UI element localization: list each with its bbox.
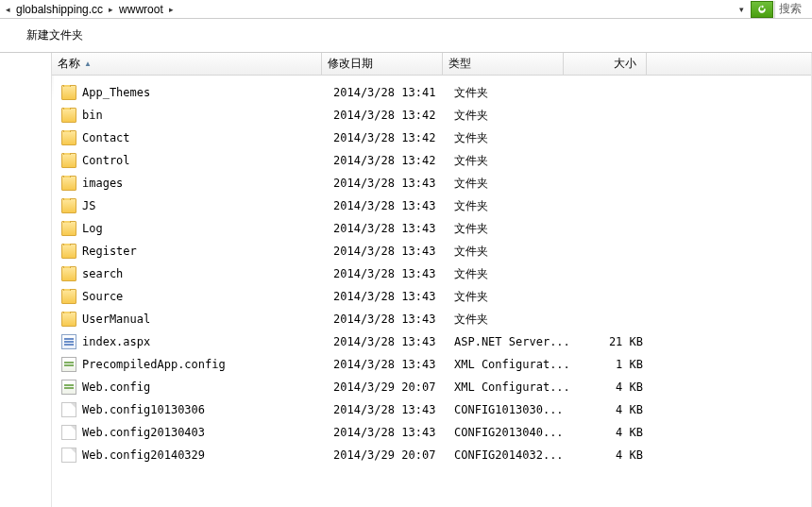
breadcrumb-segment[interactable]: globalshipping.cc xyxy=(14,3,105,16)
oldconfig-icon xyxy=(61,425,76,440)
column-header-row: 名称 ▲ 修改日期 类型 大小 xyxy=(52,53,812,76)
cell-type: 文件夹 xyxy=(448,108,569,124)
file-row[interactable]: Web.config201304032014/3/28 13:43CONFIG2… xyxy=(56,421,812,444)
new-folder-button[interactable]: 新建文件夹 xyxy=(23,25,87,45)
cell-type: 文件夹 xyxy=(448,198,569,214)
content-area: 名称 ▲ 修改日期 类型 大小 App_Themes2014/3/28 13:4… xyxy=(0,53,812,507)
refresh-button[interactable] xyxy=(751,1,773,18)
cell-date: 2014/3/28 13:43 xyxy=(328,222,448,235)
cell-date: 2014/3/28 13:42 xyxy=(328,131,448,144)
toolbar: 新建文件夹 xyxy=(0,19,812,53)
cell-size: 1 KB xyxy=(569,358,652,371)
config-icon xyxy=(61,380,76,395)
file-name: Web.config10130306 xyxy=(82,403,205,416)
file-name: bin xyxy=(82,109,103,122)
dropdown-icon[interactable]: ▾ xyxy=(734,5,750,14)
folder-icon xyxy=(61,176,76,191)
file-row[interactable]: search2014/3/28 13:43文件夹 xyxy=(56,262,812,285)
column-header-label: 名称 xyxy=(58,56,80,72)
cell-name: Web.config10130306 xyxy=(56,402,328,417)
cell-type: 文件夹 xyxy=(448,312,569,328)
cell-name: App_Themes xyxy=(56,85,328,100)
file-row[interactable]: index.aspx2014/3/28 13:43ASP.NET Server.… xyxy=(56,330,812,353)
file-name: Web.config20140329 xyxy=(82,448,205,462)
file-name: JS xyxy=(82,199,95,212)
breadcrumb[interactable]: ◂ globalshipping.cc ▸ wwwroot ▸ xyxy=(0,3,734,16)
file-name: UserManual xyxy=(82,313,150,326)
file-row[interactable]: PrecompiledApp.config2014/3/28 13:43XML … xyxy=(56,353,812,376)
file-list[interactable]: App_Themes2014/3/28 13:41文件夹bin2014/3/28… xyxy=(52,76,812,507)
cell-name: JS xyxy=(56,198,328,213)
cell-name: Source xyxy=(56,289,328,304)
file-row[interactable]: Web.config101303062014/3/28 13:43CONFIG1… xyxy=(56,398,812,421)
column-header-date[interactable]: 修改日期 xyxy=(322,53,443,76)
cell-date: 2014/3/28 13:42 xyxy=(328,154,448,167)
breadcrumb-segment[interactable]: wwwroot xyxy=(117,3,165,16)
cell-date: 2014/3/28 13:43 xyxy=(328,403,448,416)
file-row[interactable]: Source2014/3/28 13:43文件夹 xyxy=(56,285,812,308)
folder-icon xyxy=(61,266,76,281)
cell-name: Log xyxy=(56,221,328,236)
file-row[interactable]: Control2014/3/28 13:42文件夹 xyxy=(56,149,812,172)
cell-name: Control xyxy=(56,153,328,168)
cell-type: ASP.NET Server... xyxy=(448,335,569,348)
file-row[interactable]: Register2014/3/28 13:43文件夹 xyxy=(56,240,812,262)
cell-type: 文件夹 xyxy=(448,153,569,169)
file-row[interactable]: App_Themes2014/3/28 13:41文件夹 xyxy=(56,81,812,104)
cell-name: Register xyxy=(56,244,328,259)
cell-size: 21 KB xyxy=(569,335,652,348)
oldconfig-icon xyxy=(61,402,76,417)
file-row[interactable]: Log2014/3/28 13:43文件夹 xyxy=(56,217,812,240)
file-row[interactable]: Web.config201403292014/3/29 20:07CONFIG2… xyxy=(56,444,812,466)
cell-date: 2014/3/28 13:43 xyxy=(328,335,448,348)
file-row[interactable]: bin2014/3/28 13:42文件夹 xyxy=(56,104,812,127)
cell-date: 2014/3/28 13:43 xyxy=(328,290,448,303)
file-row[interactable]: Web.config2014/3/29 20:07XML Configurat.… xyxy=(56,376,812,398)
cell-type: 文件夹 xyxy=(448,244,569,260)
address-bar-tools: ▾ 搜索 xyxy=(734,0,812,18)
cell-type: XML Configurat... xyxy=(448,380,569,394)
column-header-name[interactable]: 名称 ▲ xyxy=(52,53,322,76)
navigation-pane[interactable] xyxy=(0,53,52,507)
cell-date: 2014/3/28 13:43 xyxy=(328,199,448,212)
column-header-size[interactable]: 大小 xyxy=(564,53,647,76)
cell-type: 文件夹 xyxy=(448,221,569,237)
folder-icon xyxy=(61,85,76,100)
cell-type: 文件夹 xyxy=(448,176,569,192)
cell-type: 文件夹 xyxy=(448,85,569,101)
folder-icon xyxy=(61,312,76,327)
file-name: App_Themes xyxy=(82,86,150,99)
refresh-icon xyxy=(756,4,768,15)
column-header-extra[interactable] xyxy=(647,53,812,76)
column-header-label: 修改日期 xyxy=(328,56,373,72)
cell-type: CONFIG2014032... xyxy=(448,448,569,462)
folder-icon xyxy=(61,221,76,236)
cell-name: PrecompiledApp.config xyxy=(56,357,328,372)
chevron-left-icon[interactable]: ◂ xyxy=(2,5,14,14)
cell-name: Web.config20130403 xyxy=(56,425,328,440)
address-bar: ◂ globalshipping.cc ▸ wwwroot ▸ ▾ 搜索 xyxy=(0,0,812,19)
cell-type: 文件夹 xyxy=(448,130,569,146)
file-row[interactable]: images2014/3/28 13:43文件夹 xyxy=(56,172,812,194)
cell-type: 文件夹 xyxy=(448,266,569,282)
file-name: Source xyxy=(82,290,123,303)
file-name: Register xyxy=(82,245,137,258)
cell-date: 2014/3/28 13:41 xyxy=(328,86,448,99)
oldconfig-icon xyxy=(61,448,76,463)
cell-type: XML Configurat... xyxy=(448,358,569,371)
cell-name: Web.config20140329 xyxy=(56,448,328,463)
file-name: search xyxy=(82,267,123,280)
search-input[interactable]: 搜索 xyxy=(774,1,812,18)
config-icon xyxy=(61,357,76,372)
folder-icon xyxy=(61,244,76,259)
file-row[interactable]: JS2014/3/28 13:43文件夹 xyxy=(56,194,812,217)
file-row[interactable]: UserManual2014/3/28 13:43文件夹 xyxy=(56,308,812,330)
chevron-right-icon[interactable]: ▸ xyxy=(105,5,117,14)
file-row[interactable]: Contact2014/3/28 13:42文件夹 xyxy=(56,127,812,149)
sort-asc-icon: ▲ xyxy=(84,59,92,68)
folder-icon xyxy=(61,289,76,304)
cell-date: 2014/3/28 13:43 xyxy=(328,245,448,258)
column-header-type[interactable]: 类型 xyxy=(443,53,564,76)
cell-name: UserManual xyxy=(56,312,328,327)
chevron-right-icon[interactable]: ▸ xyxy=(165,5,178,14)
